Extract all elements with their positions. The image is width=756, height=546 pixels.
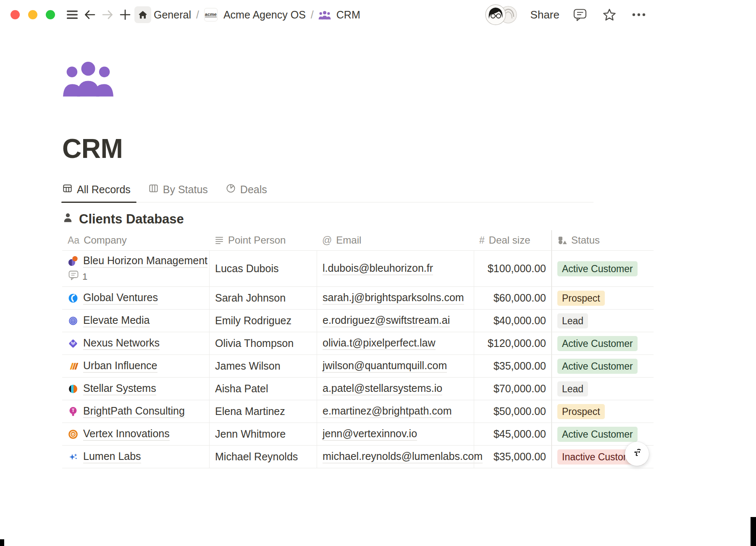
table-row[interactable]: Stellar Systems Aisha Patel a.patel@stel… (62, 378, 654, 400)
deal-size-cell[interactable]: $60,000.00 (474, 287, 551, 309)
email-cell[interactable]: jenn@vertexinnov.io (317, 423, 474, 445)
point-person-cell[interactable]: James Wilson (209, 355, 317, 377)
status-cell[interactable]: Lead (551, 310, 654, 332)
company-cell[interactable]: Stellar Systems (62, 378, 209, 400)
column-header-deal-size[interactable]: # Deal size (474, 230, 551, 250)
company-cell[interactable]: Global Ventures (62, 287, 209, 309)
email-link[interactable]: l.dubois@bleuhorizon.fr (323, 262, 433, 275)
comment-count[interactable]: 1 (68, 270, 87, 283)
deal-size-cell[interactable]: $40,000.00 (474, 310, 551, 332)
company-cell[interactable]: Nexus Networks (62, 332, 209, 354)
company-cell[interactable]: Lumen Labs (62, 446, 209, 468)
breadcrumb-page[interactable]: CRM (334, 9, 362, 21)
share-button[interactable]: Share (530, 8, 559, 21)
more-options-icon[interactable] (630, 6, 647, 23)
email-link[interactable]: e.martinez@brightpath.com (323, 405, 452, 418)
point-person-cell[interactable]: Aisha Patel (209, 378, 317, 400)
column-header-email[interactable]: @ Email (317, 230, 474, 250)
email-link[interactable]: a.patel@stellarsystems.io (323, 382, 442, 395)
company-name-link[interactable]: Nexus Networks (83, 337, 160, 350)
notion-ai-button[interactable] (625, 442, 649, 466)
deal-size-cell[interactable]: $120,000.00 (474, 332, 551, 354)
table-row[interactable]: Nexus Networks Olivia Thompson olivia.t@… (62, 332, 654, 355)
point-person-cell[interactable]: Emily Rodriguez (209, 310, 317, 332)
breadcrumb-root[interactable]: General (152, 9, 193, 21)
email-cell[interactable]: michael.reynolds@lumenlabs.com (317, 446, 474, 468)
point-person-cell[interactable]: Jenn Whitmore (209, 423, 317, 445)
company-name-link[interactable]: Vertex Innovations (83, 428, 170, 441)
favorite-star-icon[interactable] (601, 6, 618, 23)
tab-deals[interactable]: Deals (226, 183, 267, 202)
email-link[interactable]: e.rodriguez@swiftstream.ai (323, 314, 450, 327)
point-person-cell[interactable]: Elena Martinez (209, 400, 317, 423)
sidebar-menu-icon[interactable] (64, 6, 81, 23)
company-cell[interactable]: Bleu Horizon Management 1 (62, 251, 209, 286)
company-cell[interactable]: Elevate Media (62, 310, 209, 332)
status-cell[interactable]: Active Customer (551, 355, 654, 377)
email-link[interactable]: jwilson@quantumquill.com (323, 360, 447, 373)
company-name-link[interactable]: Lumen Labs (83, 450, 141, 463)
tab-all-records[interactable]: All Records (62, 183, 131, 202)
email-cell[interactable]: l.dubois@bleuhorizon.fr (317, 251, 474, 286)
status-cell[interactable]: Lead (551, 378, 654, 400)
company-name-link[interactable]: Urban Influence (83, 360, 158, 373)
email-cell[interactable]: olivia.t@pixelperfect.law (317, 332, 474, 354)
tab-by-status[interactable]: By Status (148, 183, 208, 202)
point-person-cell[interactable]: Sarah Johnson (209, 287, 317, 309)
company-cell[interactable]: Vertex Innovations (62, 423, 209, 445)
deal-size-cell[interactable]: $35,000.00 (474, 355, 551, 377)
table-row[interactable]: T BrightPath Consulting Elena Martinez e… (62, 400, 654, 423)
status-cell[interactable]: Prospect (551, 287, 654, 309)
status-cell[interactable]: Active Customer (551, 332, 654, 354)
table-row[interactable]: Global Ventures Sarah Johnson sarah.j@br… (62, 287, 654, 310)
point-person-cell[interactable]: Olivia Thompson (209, 332, 317, 354)
deal-size-cell[interactable]: $45,000.00 (474, 423, 551, 445)
email-cell[interactable]: e.martinez@brightpath.com (317, 400, 474, 423)
collaborator-avatars[interactable] (485, 4, 519, 25)
email-cell[interactable]: sarah.j@brightsparksolns.com (317, 287, 474, 309)
table-row[interactable]: Lumen Labs Michael Reynolds michael.reyn… (62, 446, 654, 468)
email-cell[interactable]: jwilson@quantumquill.com (317, 355, 474, 377)
forward-arrow-icon[interactable] (99, 6, 116, 23)
workspace-logo-icon[interactable]: acme (204, 8, 218, 21)
table-row[interactable]: Urban Influence James Wilson jwilson@qua… (62, 355, 654, 378)
deal-size-cell[interactable]: $35,000.00 (474, 446, 551, 468)
zoom-window-button[interactable] (46, 10, 55, 19)
back-arrow-icon[interactable] (81, 6, 98, 23)
deal-size-cell[interactable]: $50,000.00 (474, 400, 551, 423)
minimize-window-button[interactable] (28, 10, 37, 19)
breadcrumb-workspace[interactable]: Acme Agency OS (221, 9, 308, 21)
email-link[interactable]: olivia.t@pixelperfect.law (323, 337, 436, 350)
point-person-cell[interactable]: Lucas Dubois (209, 251, 317, 286)
company-name-link[interactable]: Global Ventures (83, 291, 158, 304)
window-controls[interactable] (10, 10, 55, 19)
table-row[interactable]: Vertex Innovations Jenn Whitmore jenn@ve… (62, 423, 654, 446)
page-people-group-icon[interactable] (62, 59, 114, 95)
column-header-point-person[interactable]: Point Person (209, 230, 317, 250)
point-person-cell[interactable]: Michael Reynolds (209, 446, 317, 468)
home-breadcrumb-icon[interactable] (134, 6, 151, 23)
email-link[interactable]: michael.reynolds@lumenlabs.com (323, 450, 483, 463)
column-header-company[interactable]: Aa Company (62, 230, 209, 250)
company-name-link[interactable]: Bleu Horizon Management (83, 255, 207, 268)
table-row[interactable]: Bleu Horizon Management 1 Lucas Dubois l… (62, 251, 654, 287)
email-cell[interactable]: a.patel@stellarsystems.io (317, 378, 474, 400)
email-link[interactable]: jenn@vertexinnov.io (323, 428, 417, 441)
column-header-status[interactable]: Status (551, 230, 654, 250)
company-name-link[interactable]: BrightPath Consulting (83, 405, 185, 418)
status-cell[interactable]: Prospect (551, 400, 654, 423)
status-cell[interactable]: Active Customer (551, 251, 654, 286)
deal-size-cell[interactable]: $100,000.00 (474, 251, 551, 286)
email-link[interactable]: sarah.j@brightsparksolns.com (323, 291, 464, 304)
company-name-link[interactable]: Elevate Media (83, 314, 150, 327)
deal-size-cell[interactable]: $70,000.00 (474, 378, 551, 400)
close-window-button[interactable] (10, 10, 20, 19)
table-row[interactable]: Elevate Media Emily Rodriguez e.rodrigue… (62, 310, 654, 332)
email-cell[interactable]: e.rodriguez@swiftstream.ai (317, 310, 474, 332)
new-page-plus-icon[interactable] (117, 6, 134, 23)
company-name-link[interactable]: Stellar Systems (83, 382, 156, 395)
comments-icon[interactable] (572, 6, 588, 23)
company-cell[interactable]: T BrightPath Consulting (62, 400, 209, 423)
collaborator-avatar[interactable] (485, 4, 506, 25)
company-cell[interactable]: Urban Influence (62, 355, 209, 377)
